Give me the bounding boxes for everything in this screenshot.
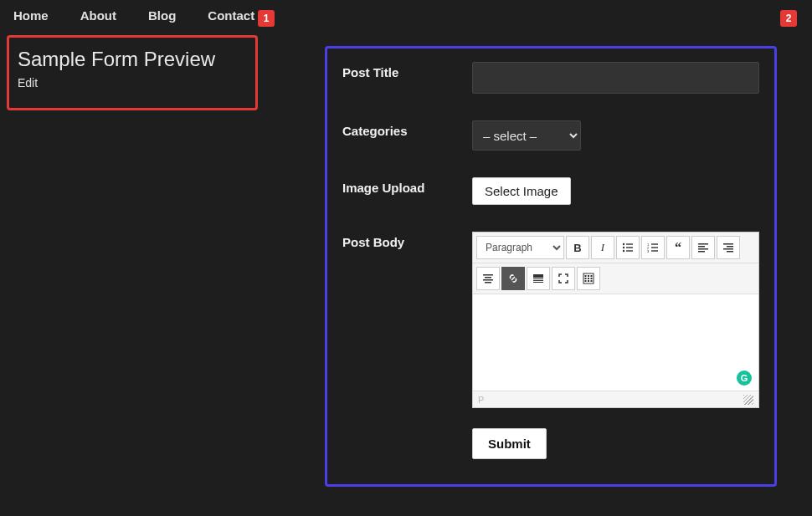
svg-rect-7 (651, 243, 658, 244)
align-left-button[interactable] (691, 236, 715, 259)
svg-rect-12 (698, 243, 708, 245)
editor-footer: P (473, 391, 758, 407)
svg-rect-31 (591, 275, 593, 277)
fullscreen-button[interactable] (552, 267, 575, 290)
svg-rect-22 (483, 279, 493, 281)
submit-row: Submit (472, 428, 759, 459)
svg-rect-18 (723, 248, 733, 250)
post-title-input[interactable] (472, 62, 759, 94)
align-center-button[interactable] (476, 267, 500, 290)
preview-title: Sample Form Preview (18, 48, 247, 71)
grammarly-icon[interactable]: G (737, 370, 752, 386)
select-image-button[interactable]: Select Image (472, 177, 571, 205)
nav-about[interactable]: About (80, 8, 116, 23)
svg-point-0 (623, 243, 624, 245)
post-body-label: Post Body (342, 232, 472, 408)
blockquote-button[interactable]: “ (666, 236, 690, 259)
top-nav: Home About Blog Contact (0, 0, 812, 31)
categories-label: Categories (342, 120, 472, 151)
svg-rect-16 (723, 243, 733, 245)
image-upload-label: Image Upload (342, 177, 472, 205)
resize-handle[interactable] (743, 395, 753, 405)
svg-rect-14 (698, 248, 708, 250)
svg-rect-3 (626, 247, 633, 248)
submit-button[interactable]: Submit (472, 428, 547, 459)
svg-point-2 (623, 247, 624, 248)
row-post-title: Post Title (342, 62, 759, 94)
svg-rect-19 (727, 251, 733, 253)
svg-rect-1 (626, 243, 633, 244)
edit-link[interactable]: Edit (18, 76, 247, 89)
svg-rect-27 (533, 282, 543, 283)
svg-rect-20 (483, 274, 493, 276)
editor-path: P (478, 395, 484, 405)
align-right-button[interactable] (717, 236, 740, 259)
row-image-upload: Image Upload Select Image (342, 177, 759, 205)
insert-more-button[interactable] (527, 267, 550, 290)
row-post-body: Post Body Paragraph B I 123 “ (342, 232, 759, 408)
svg-rect-32 (585, 278, 587, 279)
bullet-list-button[interactable] (616, 236, 640, 259)
form-panel: Post Title Categories – select – Image U… (325, 46, 777, 487)
paragraph-format-select[interactable]: Paragraph (476, 236, 564, 259)
post-title-label: Post Title (342, 62, 472, 94)
svg-rect-13 (698, 246, 705, 248)
row-categories: Categories – select – (342, 120, 759, 151)
svg-rect-9 (651, 247, 658, 248)
numbered-list-button[interactable]: 123 (641, 236, 665, 259)
rich-text-editor: Paragraph B I 123 “ (472, 232, 759, 408)
link-button[interactable] (501, 267, 525, 290)
nav-blog[interactable]: Blog (148, 8, 176, 23)
svg-rect-33 (588, 278, 589, 279)
svg-point-4 (623, 250, 624, 252)
preview-panel: Sample Form Preview Edit (7, 35, 258, 110)
annotation-badge-1: 1 (258, 10, 275, 27)
nav-home[interactable]: Home (13, 8, 49, 23)
svg-text:3: 3 (647, 249, 650, 253)
svg-rect-25 (533, 278, 543, 279)
editor-toolbar-row-1: Paragraph B I 123 “ (473, 232, 758, 263)
bold-button[interactable]: B (566, 236, 589, 259)
toolbar-toggle-button[interactable] (577, 267, 600, 290)
categories-select[interactable]: – select – (472, 120, 581, 151)
svg-rect-11 (651, 250, 658, 251)
nav-contact[interactable]: Contact (208, 8, 254, 23)
editor-content-area[interactable]: G (473, 294, 758, 391)
svg-rect-30 (588, 275, 589, 277)
svg-rect-35 (585, 280, 587, 282)
annotation-badge-2: 2 (780, 10, 797, 27)
svg-rect-5 (626, 250, 633, 251)
svg-rect-34 (591, 278, 593, 279)
svg-rect-29 (585, 275, 587, 277)
svg-rect-26 (533, 280, 543, 281)
italic-button[interactable]: I (591, 236, 614, 259)
svg-rect-23 (485, 282, 491, 284)
svg-rect-21 (485, 277, 491, 278)
svg-rect-36 (588, 280, 589, 282)
svg-rect-17 (727, 246, 733, 248)
svg-rect-37 (591, 280, 593, 282)
svg-rect-15 (698, 251, 705, 253)
editor-toolbar-row-2 (473, 263, 758, 294)
svg-rect-24 (533, 274, 543, 278)
